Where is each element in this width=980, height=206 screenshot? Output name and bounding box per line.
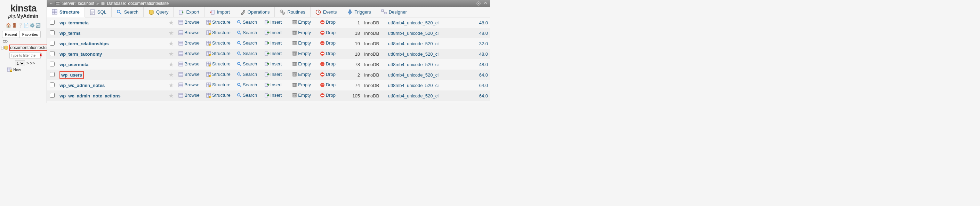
database-link[interactable]: documentationtestsite — [128, 1, 169, 6]
collation[interactable]: utf8mb4_unicode_520_ci — [388, 93, 439, 99]
collation[interactable]: utf8mb4_unicode_520_ci — [388, 72, 439, 78]
docs-icon[interactable]: ❔ — [18, 23, 23, 28]
next-page-button[interactable]: > >> — [26, 61, 35, 66]
tab-designer[interactable]: Designer — [376, 7, 412, 17]
filter-input[interactable] — [10, 53, 41, 59]
tree-db-node[interactable]: − documentationtestsite — [1, 44, 46, 51]
row-checkbox[interactable] — [50, 62, 55, 67]
drop-action[interactable]: Drop — [320, 72, 336, 77]
row-checkbox[interactable] — [50, 41, 55, 46]
drop-action[interactable]: Drop — [320, 40, 336, 46]
browse-action[interactable]: Browse — [178, 40, 199, 46]
browse-action[interactable]: Browse — [178, 82, 199, 87]
structure-action[interactable]: Structure — [206, 30, 231, 35]
sql-icon[interactable]: 📄 — [24, 23, 29, 28]
collation[interactable]: utf8mb4_unicode_520_ci — [388, 30, 439, 36]
empty-action[interactable]: Empty — [292, 61, 311, 67]
row-checkbox[interactable] — [50, 30, 55, 35]
collation[interactable]: utf8mb4_unicode_520_ci — [388, 83, 439, 88]
drop-action[interactable]: Drop — [320, 51, 336, 56]
search-action[interactable]: Search — [237, 30, 257, 35]
favorite-star[interactable]: ★ — [166, 101, 176, 103]
drop-action[interactable]: Drop — [320, 61, 336, 67]
settings-icon[interactable]: ⚙️ — [30, 23, 35, 28]
size[interactable]: 48.0 — [479, 30, 488, 36]
tab-search[interactable]: Search — [111, 7, 144, 17]
favorite-star[interactable]: ★ — [166, 38, 176, 49]
favorites-button[interactable]: Favorites — [19, 31, 41, 38]
row-checkbox[interactable] — [50, 51, 55, 56]
empty-action[interactable]: Empty — [292, 30, 311, 35]
table-link[interactable]: wp_wc_admin_notes — [59, 83, 105, 88]
size[interactable]: 64.0 — [479, 93, 488, 99]
favorite-star[interactable]: ★ — [166, 18, 176, 28]
table-link[interactable]: wp_term_relationships — [59, 41, 109, 46]
recent-button[interactable]: Recent — [2, 31, 20, 38]
row-checkbox[interactable] — [50, 83, 55, 87]
search-action[interactable]: Search — [237, 19, 257, 25]
collation[interactable]: utf8mb4_unicode_520_ci — [388, 41, 439, 46]
collation[interactable]: utf8mb4_unicode_520_ci — [388, 20, 439, 26]
size[interactable]: 64.0 — [479, 72, 488, 78]
collation[interactable]: utf8mb4_unicode_520_ci — [388, 51, 439, 57]
tab-structure[interactable]: Structure — [47, 7, 85, 18]
browse-action[interactable]: Browse — [178, 61, 199, 67]
empty-action[interactable]: Empty — [292, 82, 311, 87]
minus-icon[interactable]: − — [1, 46, 3, 50]
favorite-star[interactable]: ★ — [166, 91, 176, 101]
insert-action[interactable]: Insert — [265, 19, 282, 25]
collapse-top-icon[interactable] — [483, 1, 488, 6]
drop-action[interactable]: Drop — [320, 93, 336, 98]
table-link[interactable]: wp_term_taxonomy — [59, 51, 102, 57]
back-icon[interactable]: ← — [49, 1, 53, 6]
table-link[interactable]: wp_usermeta — [59, 62, 88, 67]
tab-sql[interactable]: SQL — [85, 7, 111, 17]
empty-action[interactable]: Empty — [292, 51, 311, 56]
row-checkbox[interactable] — [50, 93, 55, 98]
tab-import[interactable]: Import — [205, 7, 235, 17]
size[interactable]: 32.0 — [479, 41, 488, 46]
clear-filter-icon[interactable]: X — [40, 53, 42, 57]
home-icon[interactable]: 🏠 — [6, 23, 11, 28]
favorite-star[interactable]: ★ — [166, 28, 176, 38]
favorite-star[interactable]: ★ — [166, 59, 176, 70]
table-link[interactable]: wp_termmeta — [59, 20, 89, 26]
tab-query[interactable]: Query — [144, 7, 173, 17]
size[interactable]: 64.0 — [479, 83, 488, 88]
browse-action[interactable]: Browse — [178, 51, 199, 56]
structure-action[interactable]: Structure — [206, 40, 231, 46]
browse-action[interactable]: Browse — [178, 30, 199, 35]
structure-action[interactable]: Structure — [206, 19, 231, 25]
empty-action[interactable]: Empty — [292, 93, 311, 98]
size[interactable]: 48.0 — [479, 20, 488, 26]
insert-action[interactable]: Insert — [265, 51, 282, 56]
structure-action[interactable]: Structure — [206, 72, 231, 77]
insert-action[interactable]: Insert — [265, 61, 282, 67]
search-action[interactable]: Search — [237, 72, 257, 77]
browse-action[interactable]: Browse — [178, 72, 199, 77]
collapse-icon[interactable] — [0, 40, 46, 44]
favorite-star[interactable]: ★ — [166, 80, 176, 91]
tab-events[interactable]: Events — [310, 7, 342, 17]
structure-action[interactable]: Structure — [206, 61, 231, 67]
gear-icon[interactable] — [476, 1, 481, 6]
insert-action[interactable]: Insert — [265, 82, 282, 87]
page-select[interactable]: 1 — [15, 61, 25, 66]
favorite-star[interactable]: ★ — [166, 49, 176, 59]
structure-action[interactable]: Structure — [206, 51, 231, 56]
insert-action[interactable]: Insert — [265, 40, 282, 46]
empty-action[interactable]: Empty — [292, 19, 311, 25]
tab-routines[interactable]: Routines — [275, 7, 310, 17]
insert-action[interactable]: Insert — [265, 30, 282, 35]
tree-new-node[interactable]: New — [1, 67, 46, 72]
tab-triggers[interactable]: Triggers — [342, 7, 376, 17]
tab-export[interactable]: Export — [173, 7, 205, 17]
empty-action[interactable]: Empty — [292, 72, 311, 77]
drop-action[interactable]: Drop — [320, 82, 336, 87]
reload-icon[interactable]: 🔄 — [35, 23, 41, 28]
row-checkbox[interactable] — [50, 72, 55, 77]
collation[interactable]: utf8mb4_unicode_520_ci — [388, 62, 439, 67]
search-action[interactable]: Search — [237, 51, 257, 56]
search-action[interactable]: Search — [237, 82, 257, 87]
favorite-star[interactable]: ★ — [166, 70, 176, 80]
